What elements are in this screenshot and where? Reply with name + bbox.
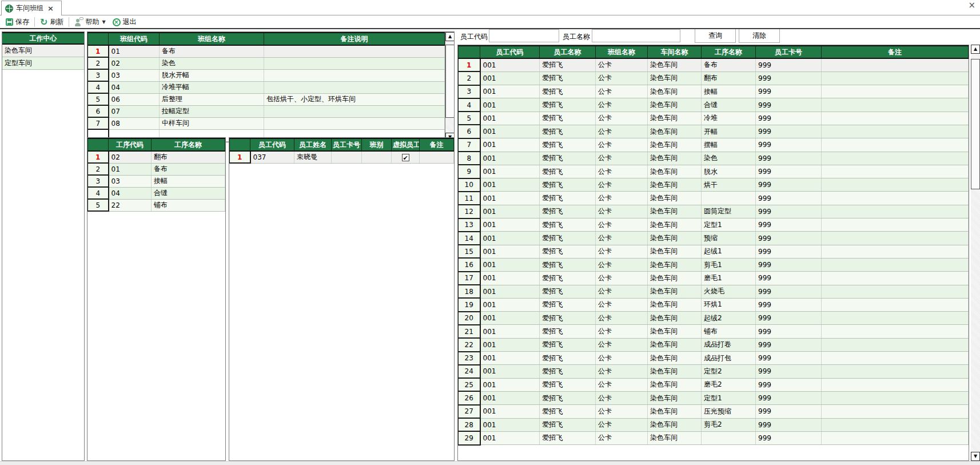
cell[interactable] (822, 285, 969, 298)
cell[interactable]: 公卡 (596, 431, 648, 444)
cell[interactable]: 接幅 (702, 85, 756, 98)
cell[interactable]: 染色车间 (648, 58, 702, 71)
cell[interactable]: 999 (756, 258, 822, 271)
row-number[interactable]: 22 (459, 338, 480, 351)
cell[interactable]: 爱招飞 (540, 232, 596, 245)
cell[interactable]: 999 (756, 165, 822, 178)
cell[interactable]: 脱水 (702, 165, 756, 178)
cell[interactable]: 包括烘干、小定型、环烘车间 (264, 93, 445, 105)
cell[interactable]: 001 (480, 338, 540, 351)
cell[interactable]: 001 (480, 205, 540, 218)
row-number[interactable]: 24 (459, 365, 480, 378)
cell[interactable]: 接幅 (152, 175, 225, 187)
cell[interactable]: 02 (109, 57, 160, 69)
cell[interactable] (822, 178, 969, 192)
row-number[interactable]: 5 (88, 93, 109, 105)
row-number[interactable]: 8 (459, 152, 480, 165)
table-row[interactable]: 8001爱招飞公卡染色车间染色999 (459, 152, 969, 165)
cell[interactable]: 爱招飞 (540, 112, 596, 125)
cell[interactable]: 999 (756, 338, 822, 351)
table-row[interactable]: 11001爱招飞公卡染色车间999 (459, 192, 969, 205)
cell[interactable]: 染色车间 (648, 112, 702, 125)
table-row[interactable]: 4001爱招飞公卡染色车间合缝999 (459, 98, 969, 112)
cell[interactable]: 公卡 (596, 365, 648, 378)
cell[interactable]: 爱招飞 (540, 245, 596, 258)
cell[interactable]: 染色车间 (648, 298, 702, 311)
cell[interactable]: 爱招飞 (540, 178, 596, 192)
cell[interactable] (822, 165, 969, 178)
cell[interactable]: 剪毛2 (702, 418, 756, 431)
work-center-item-dyeing[interactable]: 染色车间 (2, 45, 84, 57)
row-number[interactable]: 2 (88, 163, 109, 175)
table-row[interactable]: 2001爱招飞公卡染色车间翻布999 (459, 71, 969, 85)
cell[interactable]: 999 (756, 138, 822, 152)
table-row[interactable]: 17001爱招飞公卡染色车间磨毛1999 (459, 272, 969, 285)
table-row[interactable]: 5001爱招飞公卡染色车间冷堆999 (459, 112, 969, 125)
row-number[interactable]: 29 (459, 431, 480, 444)
cell[interactable]: 爱招飞 (540, 378, 596, 391)
row-number[interactable]: 3 (459, 85, 480, 98)
cell[interactable] (822, 312, 969, 325)
cell[interactable]: 爱招飞 (540, 205, 596, 218)
table-row[interactable]: 303接幅 (88, 175, 225, 187)
row-number[interactable]: 4 (459, 98, 480, 112)
cell[interactable]: 脱水开幅 (160, 69, 264, 81)
cell[interactable]: 定型2 (702, 365, 756, 378)
save-button[interactable]: 保存 (2, 16, 33, 28)
table-row[interactable]: 12001爱招飞公卡染色车间圆筒定型999 (459, 205, 969, 218)
scrollbar-thumb[interactable] (971, 59, 980, 189)
cell[interactable] (264, 57, 445, 69)
cell[interactable]: 07 (109, 105, 160, 117)
cell[interactable]: 拉幅定型 (160, 105, 264, 117)
work-center-item-shaping[interactable]: 定型车间 (2, 57, 84, 70)
cell[interactable]: 08 (109, 117, 160, 129)
row-number[interactable]: 18 (459, 285, 480, 298)
cell[interactable]: 公卡 (596, 178, 648, 192)
table-row[interactable]: 7001爱招飞公卡染色车间摆幅999 (459, 138, 969, 152)
cell[interactable]: 染色车间 (648, 431, 702, 444)
row-number[interactable]: 27 (459, 405, 480, 418)
row-number[interactable]: 21 (459, 325, 480, 338)
cell[interactable]: 001 (480, 232, 540, 245)
cell[interactable]: 染色车间 (648, 232, 702, 245)
cell[interactable]: 公卡 (596, 391, 648, 404)
help-button[interactable]: 帮助 ▼ (71, 16, 109, 28)
cell[interactable]: 001 (480, 58, 540, 71)
cell[interactable]: 爱招飞 (540, 85, 596, 98)
table-row[interactable]: 20001爱招飞公卡染色车间起绒2999 (459, 312, 969, 325)
cell[interactable]: 染色车间 (648, 245, 702, 258)
table-row[interactable]: 26001爱招飞公卡染色车间定型1999 (459, 391, 969, 404)
cell[interactable]: 合缝 (702, 98, 756, 112)
table-row[interactable]: 202染色 (88, 57, 445, 69)
cell[interactable]: 06 (109, 93, 160, 105)
cell[interactable]: 公卡 (596, 152, 648, 165)
cell[interactable]: 999 (756, 405, 822, 418)
clear-button[interactable]: 清除 (739, 29, 780, 43)
cell[interactable]: 后整理 (160, 93, 264, 105)
cell[interactable]: 爱招飞 (540, 192, 596, 205)
table-row[interactable]: 404冷堆平幅 (88, 81, 445, 93)
cell[interactable]: 中样车间 (160, 117, 264, 129)
cell[interactable]: 公卡 (596, 338, 648, 351)
cell[interactable]: 爱招飞 (540, 258, 596, 271)
table-row[interactable]: 29001爱招飞公卡染色车间999 (459, 431, 969, 444)
cell[interactable] (822, 112, 969, 125)
tab-workshop-team[interactable]: 车间班组 × (1, 1, 62, 15)
cell[interactable]: 染色车间 (648, 98, 702, 112)
cell[interactable]: 染色车间 (648, 325, 702, 338)
cell[interactable]: 翻布 (702, 71, 756, 85)
table-row[interactable]: 13001爱招飞公卡染色车间定型1999 (459, 218, 969, 232)
cell[interactable]: 染色车间 (648, 71, 702, 85)
table-row[interactable]: 3001爱招飞公卡染色车间接幅999 (459, 85, 969, 98)
cell[interactable] (822, 365, 969, 378)
cell[interactable]: 爱招飞 (540, 152, 596, 165)
cell[interactable]: 爱招飞 (540, 71, 596, 85)
row-number[interactable]: 4 (88, 187, 109, 199)
row-number[interactable]: 14 (459, 232, 480, 245)
member-card-cell[interactable] (332, 151, 362, 163)
cell[interactable]: 爱招飞 (540, 391, 596, 404)
scrollbar-up-icon[interactable]: ▲ (971, 45, 980, 54)
table-row[interactable]: 1001爱招飞公卡染色车间备布999 (459, 58, 969, 71)
cell[interactable]: 环烘1 (702, 298, 756, 311)
cell[interactable]: 04 (109, 187, 152, 199)
